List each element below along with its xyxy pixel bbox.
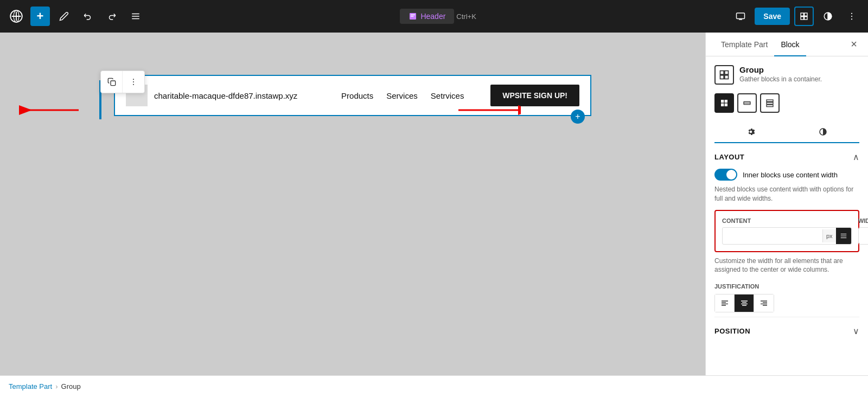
wide-width-input[interactable] — [859, 228, 868, 243]
svg-rect-6 — [411, 15, 415, 15]
content-width-group: CONTENT px — [722, 217, 852, 245]
width-inputs-row: CONTENT px WIDE — [722, 217, 852, 245]
annotation-arrow-right — [456, 102, 521, 120]
justify-right-button[interactable] — [754, 294, 774, 312]
add-block-below-button[interactable]: + — [571, 110, 585, 124]
undo-button[interactable] — [78, 7, 98, 26]
svg-rect-36 — [767, 103, 773, 104]
svg-rect-31 — [721, 104, 724, 106]
wide-input-row: px — [858, 227, 868, 245]
svg-rect-11 — [801, 17, 803, 20]
nav-item-services[interactable]: Services — [386, 91, 418, 100]
wide-width-group: WIDE px — [858, 217, 868, 245]
keyboard-shortcut: Ctrl+K — [456, 12, 476, 21]
list-view-button[interactable] — [126, 7, 145, 26]
content-width-input[interactable] — [723, 228, 822, 243]
svg-rect-17 — [111, 81, 116, 86]
contrast-button[interactable] — [818, 7, 838, 26]
block-floating-toolbar — [100, 71, 145, 93]
layout-icons — [714, 93, 859, 113]
main-toolbar: + Header Ctrl+K Save — [0, 0, 868, 33]
svg-point-16 — [851, 18, 852, 20]
sidebar-content: Group Gather blocks in a container. — [706, 56, 868, 375]
svg-rect-7 — [411, 16, 413, 16]
settings-tab-gear[interactable] — [714, 121, 787, 143]
add-block-toolbar-button[interactable]: + — [30, 7, 50, 26]
header-nav: Products Services Setrvices — [341, 91, 464, 100]
tab-block[interactable]: Block — [774, 33, 806, 56]
toggle-row: Inner blocks use content width — [714, 169, 859, 181]
svg-rect-27 — [720, 75, 724, 79]
block-more-options-button[interactable] — [123, 71, 144, 93]
canvas-area: charitable-macaque-dfde87.instawp.xyz Pr… — [0, 33, 705, 375]
svg-point-15 — [851, 16, 852, 17]
settings-tab-contrast[interactable] — [787, 121, 860, 143]
breadcrumb-group: Group — [61, 382, 81, 390]
nav-item-setrvices[interactable]: Setrvices — [431, 91, 464, 100]
wide-label: WIDE — [858, 217, 868, 224]
inner-blocks-toggle[interactable] — [714, 169, 737, 181]
site-title: charitable-macaque-dfde87.instawp.xyz — [154, 91, 297, 100]
svg-rect-12 — [805, 17, 807, 20]
svg-rect-30 — [725, 100, 727, 103]
svg-rect-9 — [801, 13, 803, 16]
svg-rect-8 — [737, 13, 745, 19]
svg-rect-32 — [725, 104, 727, 106]
block-copy-button[interactable] — [101, 71, 123, 93]
layout-icon-row[interactable] — [737, 93, 757, 113]
layout-section: Layout ∧ Inner blocks use content width … — [714, 152, 859, 312]
svg-point-20 — [133, 84, 134, 85]
position-section-toggle[interactable]: ∨ — [853, 326, 859, 336]
save-button[interactable]: Save — [755, 8, 790, 25]
svg-rect-26 — [725, 71, 729, 75]
tab-template-part[interactable]: Template Part — [714, 33, 774, 56]
breadcrumb-separator: › — [55, 382, 58, 390]
more-options-button[interactable] — [842, 7, 861, 26]
toggle-desc: Nested blocks use content width with opt… — [714, 185, 859, 203]
width-inputs-container: CONTENT px WIDE — [714, 210, 859, 252]
block-title: Group — [739, 65, 822, 74]
header-left-section: charitable-macaque-dfde87.instawp.xyz — [126, 85, 297, 106]
svg-point-19 — [133, 81, 134, 82]
toggle-label: Inner blocks use content width — [743, 171, 838, 179]
content-width-divider-btn[interactable] — [836, 228, 851, 244]
breadcrumb-template-part[interactable]: Template Part — [9, 382, 52, 390]
content-input-row: px — [722, 227, 852, 245]
wp-logo[interactable] — [7, 7, 26, 26]
sidebar-tabs: Template Part Block × — [706, 33, 868, 56]
header-label-button[interactable]: Header — [400, 9, 454, 24]
layout-section-header: Layout ∧ — [714, 152, 859, 162]
justify-left-button[interactable] — [715, 294, 735, 312]
layout-icon-group[interactable] — [714, 93, 734, 113]
svg-point-18 — [133, 79, 134, 80]
svg-rect-29 — [721, 100, 724, 103]
edit-pen-button[interactable] — [54, 7, 74, 26]
width-desc: Customize the width for all elements tha… — [714, 257, 859, 275]
svg-rect-37 — [767, 105, 773, 106]
layout-icon-stack[interactable] — [760, 93, 780, 113]
right-sidebar: Template Part Block × Group Gather block… — [705, 33, 868, 375]
device-view-button[interactable] — [731, 7, 750, 26]
svg-rect-10 — [805, 13, 807, 16]
main-area: charitable-macaque-dfde87.instawp.xyz Pr… — [0, 33, 868, 375]
toolbar-right: Save — [731, 7, 861, 26]
layout-section-title: Layout — [714, 153, 744, 161]
block-icon — [714, 65, 734, 85]
block-info: Group Gather blocks in a container. — [714, 65, 859, 85]
content-width-unit[interactable]: px — [822, 229, 836, 242]
redo-button[interactable] — [102, 7, 122, 26]
block-info-text: Group Gather blocks in a container. — [739, 65, 822, 83]
block-view-button[interactable] — [794, 7, 814, 26]
svg-rect-28 — [725, 75, 729, 79]
sidebar-close-button[interactable]: × — [848, 36, 859, 53]
position-section-title: Position — [714, 327, 750, 335]
annotation-arrow-left — [16, 102, 81, 120]
nav-item-products[interactable]: Products — [341, 91, 373, 100]
position-section: Position ∨ — [714, 317, 859, 336]
header-title: Header — [420, 12, 445, 21]
layout-section-toggle[interactable]: ∧ — [853, 152, 859, 162]
justify-center-button[interactable] — [735, 294, 754, 312]
toolbar-center: Header Ctrl+K — [150, 9, 726, 24]
block-desc: Gather blocks in a container. — [739, 75, 822, 83]
svg-rect-35 — [767, 100, 773, 101]
